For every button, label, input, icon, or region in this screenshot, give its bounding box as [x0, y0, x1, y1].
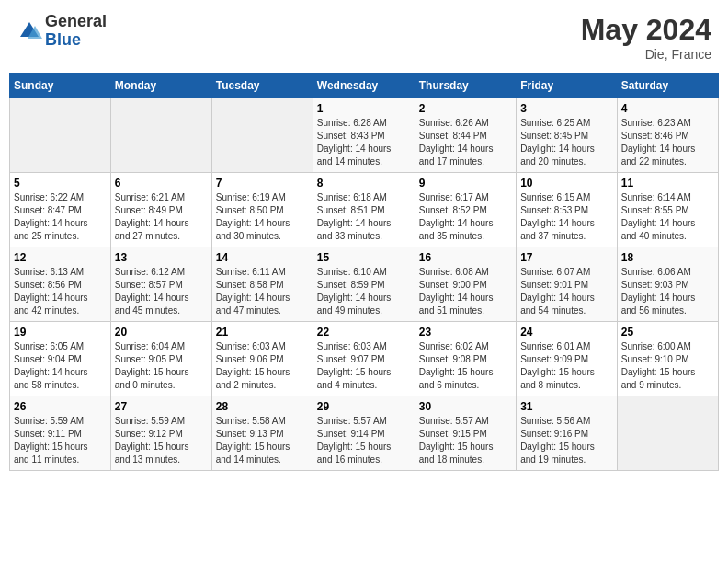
day-number: 12	[14, 251, 107, 264]
calendar-cell: 31Sunrise: 5:56 AM Sunset: 9:16 PM Dayli…	[517, 396, 618, 471]
location: Die, France	[581, 47, 711, 62]
day-info: Sunrise: 6:23 AM Sunset: 8:46 PM Dayligh…	[621, 117, 714, 168]
calendar-cell: 22Sunrise: 6:03 AM Sunset: 9:07 PM Dayli…	[313, 322, 415, 396]
calendar-cell: 10Sunrise: 6:15 AM Sunset: 8:53 PM Dayli…	[517, 173, 618, 247]
day-number: 8	[317, 177, 411, 190]
calendar-cell	[617, 396, 718, 471]
day-number: 18	[621, 251, 714, 264]
calendar-cell: 11Sunrise: 6:14 AM Sunset: 8:55 PM Dayli…	[617, 173, 718, 247]
day-info: Sunrise: 6:13 AM Sunset: 8:56 PM Dayligh…	[14, 266, 107, 317]
day-number: 4	[621, 102, 714, 115]
calendar-cell: 30Sunrise: 5:57 AM Sunset: 9:15 PM Dayli…	[415, 396, 516, 471]
calendar-cell: 13Sunrise: 6:12 AM Sunset: 8:57 PM Dayli…	[110, 247, 211, 322]
day-info: Sunrise: 6:07 AM Sunset: 9:01 PM Dayligh…	[520, 266, 613, 317]
day-info: Sunrise: 6:22 AM Sunset: 8:47 PM Dayligh…	[14, 191, 107, 243]
day-info: Sunrise: 6:19 AM Sunset: 8:50 PM Dayligh…	[216, 191, 309, 243]
day-info: Sunrise: 6:08 AM Sunset: 9:00 PM Dayligh…	[419, 266, 512, 317]
day-info: Sunrise: 5:59 AM Sunset: 9:12 PM Dayligh…	[115, 415, 208, 466]
day-number: 16	[419, 251, 512, 264]
day-info: Sunrise: 6:25 AM Sunset: 8:45 PM Dayligh…	[520, 117, 613, 168]
calendar-cell: 29Sunrise: 5:57 AM Sunset: 9:14 PM Dayli…	[313, 396, 415, 471]
calendar-cell: 12Sunrise: 6:13 AM Sunset: 8:56 PM Dayli…	[10, 247, 111, 322]
weekday-sunday: Sunday	[10, 74, 111, 98]
title-block: May 2024 Die, France	[581, 13, 711, 62]
day-number: 9	[419, 177, 512, 190]
day-info: Sunrise: 6:01 AM Sunset: 9:09 PM Dayligh…	[520, 340, 613, 392]
day-info: Sunrise: 6:02 AM Sunset: 9:08 PM Dayligh…	[419, 340, 512, 392]
calendar-cell: 25Sunrise: 6:00 AM Sunset: 9:10 PM Dayli…	[617, 322, 718, 396]
day-info: Sunrise: 6:15 AM Sunset: 8:53 PM Dayligh…	[520, 191, 613, 243]
weekday-saturday: Saturday	[617, 74, 718, 98]
calendar-cell: 7Sunrise: 6:19 AM Sunset: 8:50 PM Daylig…	[211, 173, 313, 247]
calendar-cell: 16Sunrise: 6:08 AM Sunset: 9:00 PM Dayli…	[415, 247, 516, 322]
calendar-cell: 20Sunrise: 6:04 AM Sunset: 9:05 PM Dayli…	[110, 322, 211, 396]
day-info: Sunrise: 6:26 AM Sunset: 8:44 PM Dayligh…	[419, 117, 512, 168]
day-number: 24	[520, 326, 613, 339]
day-number: 15	[317, 251, 411, 264]
calendar-cell: 18Sunrise: 6:06 AM Sunset: 9:03 PM Dayli…	[617, 247, 718, 322]
day-number: 6	[115, 177, 208, 190]
calendar-cell: 3Sunrise: 6:25 AM Sunset: 8:45 PM Daylig…	[517, 98, 618, 173]
week-row-1: 1Sunrise: 6:28 AM Sunset: 8:43 PM Daylig…	[10, 98, 719, 173]
day-number: 28	[216, 400, 309, 413]
day-info: Sunrise: 6:28 AM Sunset: 8:43 PM Dayligh…	[317, 117, 411, 168]
day-number: 1	[317, 102, 411, 115]
day-info: Sunrise: 6:18 AM Sunset: 8:51 PM Dayligh…	[317, 191, 411, 243]
weekday-monday: Monday	[110, 74, 211, 98]
day-info: Sunrise: 5:57 AM Sunset: 9:15 PM Dayligh…	[419, 415, 512, 466]
day-info: Sunrise: 5:59 AM Sunset: 9:11 PM Dayligh…	[14, 415, 107, 466]
day-number: 2	[419, 102, 512, 115]
calendar-cell: 19Sunrise: 6:05 AM Sunset: 9:04 PM Dayli…	[10, 322, 111, 396]
calendar-cell: 24Sunrise: 6:01 AM Sunset: 9:09 PM Dayli…	[517, 322, 618, 396]
day-info: Sunrise: 6:03 AM Sunset: 9:07 PM Dayligh…	[317, 340, 411, 392]
day-number: 19	[14, 326, 107, 339]
day-number: 21	[216, 326, 309, 339]
day-info: Sunrise: 6:03 AM Sunset: 9:06 PM Dayligh…	[216, 340, 309, 392]
day-number: 7	[216, 177, 309, 190]
logo-icon	[17, 18, 42, 44]
calendar-cell: 15Sunrise: 6:10 AM Sunset: 8:59 PM Dayli…	[313, 247, 415, 322]
day-number: 20	[115, 326, 208, 339]
calendar-cell: 9Sunrise: 6:17 AM Sunset: 8:52 PM Daylig…	[415, 173, 516, 247]
day-info: Sunrise: 6:14 AM Sunset: 8:55 PM Dayligh…	[621, 191, 714, 243]
weekday-tuesday: Tuesday	[211, 74, 313, 98]
day-number: 10	[520, 177, 613, 190]
calendar-cell: 27Sunrise: 5:59 AM Sunset: 9:12 PM Dayli…	[110, 396, 211, 471]
weekday-thursday: Thursday	[415, 74, 516, 98]
logo-text: General Blue	[45, 13, 107, 50]
day-info: Sunrise: 6:11 AM Sunset: 8:58 PM Dayligh…	[216, 266, 309, 317]
calendar-cell: 5Sunrise: 6:22 AM Sunset: 8:47 PM Daylig…	[10, 173, 111, 247]
day-number: 14	[216, 251, 309, 264]
calendar-cell: 28Sunrise: 5:58 AM Sunset: 9:13 PM Dayli…	[211, 396, 313, 471]
weekday-header-row: SundayMondayTuesdayWednesdayThursdayFrid…	[10, 74, 719, 98]
weekday-friday: Friday	[517, 74, 618, 98]
day-number: 23	[419, 326, 512, 339]
week-row-4: 19Sunrise: 6:05 AM Sunset: 9:04 PM Dayli…	[10, 322, 719, 396]
day-number: 29	[317, 400, 411, 413]
calendar-cell: 21Sunrise: 6:03 AM Sunset: 9:06 PM Dayli…	[211, 322, 313, 396]
day-info: Sunrise: 6:05 AM Sunset: 9:04 PM Dayligh…	[14, 340, 107, 392]
calendar-cell: 6Sunrise: 6:21 AM Sunset: 8:49 PM Daylig…	[110, 173, 211, 247]
calendar-cell: 1Sunrise: 6:28 AM Sunset: 8:43 PM Daylig…	[313, 98, 415, 173]
day-info: Sunrise: 6:04 AM Sunset: 9:05 PM Dayligh…	[115, 340, 208, 392]
day-number: 5	[14, 177, 107, 190]
calendar-cell: 14Sunrise: 6:11 AM Sunset: 8:58 PM Dayli…	[211, 247, 313, 322]
logo: General Blue	[17, 13, 107, 50]
calendar-cell	[10, 98, 111, 173]
calendar-cell	[211, 98, 313, 173]
day-number: 27	[115, 400, 208, 413]
day-info: Sunrise: 5:56 AM Sunset: 9:16 PM Dayligh…	[520, 415, 613, 466]
day-info: Sunrise: 6:10 AM Sunset: 8:59 PM Dayligh…	[317, 266, 411, 317]
calendar-cell: 8Sunrise: 6:18 AM Sunset: 8:51 PM Daylig…	[313, 173, 415, 247]
day-number: 26	[14, 400, 107, 413]
calendar-cell	[110, 98, 211, 173]
week-row-2: 5Sunrise: 6:22 AM Sunset: 8:47 PM Daylig…	[10, 173, 719, 247]
day-number: 25	[621, 326, 714, 339]
day-info: Sunrise: 6:12 AM Sunset: 8:57 PM Dayligh…	[115, 266, 208, 317]
calendar-cell: 26Sunrise: 5:59 AM Sunset: 9:11 PM Dayli…	[10, 396, 111, 471]
day-info: Sunrise: 5:57 AM Sunset: 9:14 PM Dayligh…	[317, 415, 411, 466]
page-header: General Blue May 2024 Die, France	[9, 9, 719, 65]
calendar-cell: 17Sunrise: 6:07 AM Sunset: 9:01 PM Dayli…	[517, 247, 618, 322]
day-info: Sunrise: 6:06 AM Sunset: 9:03 PM Dayligh…	[621, 266, 714, 317]
day-info: Sunrise: 6:17 AM Sunset: 8:52 PM Dayligh…	[419, 191, 512, 243]
